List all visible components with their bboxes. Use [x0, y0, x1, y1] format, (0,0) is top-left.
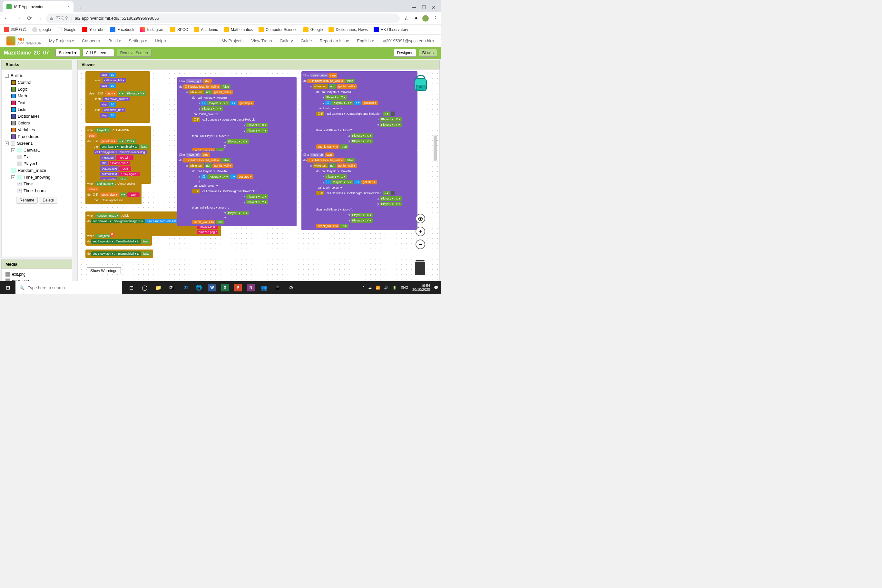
browser-tab[interactable]: MIT App Inventor × [3, 1, 74, 12]
tree-dictionaries[interactable]: Dictionaries [3, 113, 70, 120]
bookmark-item[interactable]: HK Observatory [374, 27, 408, 32]
logo[interactable]: MIT APP INVENTOR [6, 36, 41, 45]
menu-my-projects-2[interactable]: My Projects [222, 38, 244, 43]
tray-time[interactable]: 19:54 [412, 284, 430, 288]
bookmark-item[interactable]: Google [57, 27, 76, 32]
close-tab-icon[interactable]: × [68, 4, 70, 9]
mail-icon[interactable]: ✉ [178, 281, 192, 294]
show-warnings-button[interactable]: Show Warnings [87, 267, 121, 274]
blocks-canvas[interactable]: step10 elsecall move_left ▾ step10 else☐… [77, 69, 440, 293]
excel-icon[interactable]: X [221, 284, 229, 291]
new-tab-button[interactable]: + [76, 4, 84, 12]
bookmark-item[interactable]: 應用程式 [4, 27, 26, 32]
vertical-scrollbar[interactable] [434, 135, 437, 161]
bookmark-item[interactable]: google [32, 27, 51, 32]
tray-battery-icon[interactable]: 🔋 [392, 286, 397, 290]
bookmark-item[interactable]: Dictionaries, News [328, 27, 368, 32]
menu-my-projects[interactable]: My Projects▾ [49, 38, 74, 43]
menu-build[interactable]: Build▾ [108, 38, 121, 43]
tree-player1[interactable]: Player1 [3, 160, 70, 167]
security-icon: ⚠ [50, 16, 54, 21]
minimize-icon[interactable]: ─ [412, 5, 417, 10]
screen-selector[interactable]: Screen1 ▾ [56, 49, 80, 57]
backpack-icon[interactable] [413, 74, 428, 92]
add-screen-button[interactable]: Add Screen ... [82, 49, 114, 57]
tray-language[interactable]: ENG [401, 286, 408, 290]
tray-chevron-icon[interactable]: ^ [363, 286, 364, 290]
remove-screen-button[interactable]: Remove Screen [117, 49, 152, 57]
extensions-icon[interactable]: ✦ [412, 15, 419, 22]
tray-volume-icon[interactable]: 🔊 [384, 286, 388, 290]
maximize-icon[interactable]: ☐ [422, 5, 426, 10]
menu-settings[interactable]: Settings▾ [129, 38, 147, 43]
blocks-button[interactable]: Blocks [419, 49, 437, 57]
tray-date[interactable]: 20/10/2020 [412, 288, 430, 291]
trash-icon[interactable] [415, 262, 425, 275]
menu-icon[interactable]: ⋮ [432, 15, 438, 22]
store-icon[interactable]: 🛍 [165, 281, 178, 294]
tree-time-hours[interactable]: ATime_hours [3, 187, 70, 194]
bookmark-item[interactable]: Instagram [140, 27, 164, 32]
bookmark-item[interactable]: Computer Science [258, 27, 297, 32]
tree-canvas1[interactable]: −Canvas1 [3, 147, 70, 153]
app-icon[interactable]: 📱 [271, 281, 284, 294]
bookmark-item[interactable]: Mathematics [224, 27, 253, 32]
close-window-icon[interactable]: ✕ [431, 5, 436, 10]
cortana-icon[interactable]: ◯ [138, 281, 152, 294]
reload-button[interactable]: ⟳ [26, 14, 33, 23]
tree-math[interactable]: Math [3, 93, 70, 99]
explorer-icon[interactable]: 📁 [152, 281, 165, 294]
task-view-icon[interactable]: ⊡ [124, 281, 138, 294]
zoom-out-icon[interactable]: − [416, 240, 425, 249]
tree-random-maze[interactable]: Random_maze [3, 167, 70, 174]
menu-guide[interactable]: Guide [301, 38, 312, 43]
bookmark-item[interactable]: YouTube [82, 27, 105, 32]
designer-button[interactable]: Designer [394, 49, 416, 57]
menu-view-trash[interactable]: View Trash [251, 38, 272, 43]
menu-report-issue[interactable]: Report an Issue [320, 38, 349, 43]
tree-control[interactable]: Control [3, 79, 70, 86]
tree-colors[interactable]: Colors [3, 120, 70, 126]
tree-time-showing[interactable]: −Time_showing [3, 174, 70, 180]
bookmark-item[interactable]: Facebook [110, 27, 134, 32]
rename-button[interactable]: Rename [16, 196, 38, 204]
bookmark-item[interactable]: Academic [194, 27, 218, 32]
tray-wifi-icon[interactable]: 📶 [375, 286, 380, 290]
home-button[interactable]: ⌂ [36, 14, 42, 23]
forward-button[interactable]: → [14, 14, 22, 23]
start-button[interactable]: ⊞ [0, 281, 15, 294]
menu-language[interactable]: English▾ [357, 38, 374, 43]
tray-onedrive-icon[interactable]: ☁ [368, 286, 372, 290]
zoom-in-icon[interactable]: + [416, 226, 425, 236]
word-icon[interactable]: W [208, 284, 216, 291]
url-bar[interactable]: ⚠ 不安全 | ai2.appinventor.mit.edu/#5218029… [46, 14, 400, 23]
menu-connect[interactable]: Connect▾ [82, 38, 100, 43]
tree-builtin[interactable]: −Built-in [3, 72, 70, 79]
menu-help[interactable]: Help▾ [155, 38, 166, 43]
menu-gallery[interactable]: Gallery [280, 38, 293, 43]
bookmark-item[interactable]: Google [303, 27, 323, 32]
notifications-icon[interactable]: 💬 [434, 286, 438, 290]
tree-exit[interactable]: Exit [3, 153, 70, 160]
user-email[interactable]: sp20195991@spcc.edu.hk▾ [382, 38, 435, 43]
tree-procedures[interactable]: Procedures [3, 133, 70, 140]
tree-logic[interactable]: Logic [3, 86, 70, 93]
media-item[interactable]: exit.png [6, 271, 68, 278]
search-input[interactable]: 🔍 Type here to search [15, 281, 122, 294]
powerpoint-icon[interactable]: P [234, 284, 242, 291]
app-icon-2[interactable]: ⚙ [284, 281, 298, 294]
chrome-icon[interactable]: 🌐 [192, 281, 206, 294]
tree-lists[interactable]: Lists [3, 106, 70, 113]
star-icon[interactable]: ☆ [403, 15, 410, 22]
onenote-icon[interactable]: N [247, 284, 255, 291]
teams-icon[interactable]: 👥 [257, 281, 271, 294]
tree-text[interactable]: Text [3, 99, 70, 106]
tree-variables[interactable]: Variables [3, 126, 70, 133]
back-button[interactable]: ← [3, 14, 11, 23]
tree-screen1[interactable]: −Screen1 [3, 140, 70, 147]
zoom-target-icon[interactable]: ⊕ [416, 214, 425, 224]
delete-button[interactable]: Delete [39, 196, 57, 204]
tree-time[interactable]: ATime [3, 180, 70, 187]
avatar-icon[interactable] [422, 15, 429, 22]
bookmark-item[interactable]: SPCC [170, 27, 188, 32]
